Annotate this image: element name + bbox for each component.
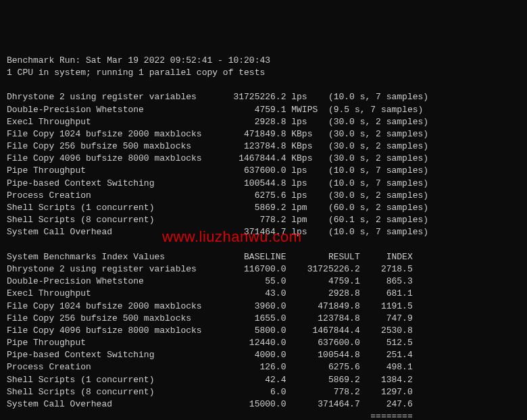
terminal-line: Dhrystone 2 using register variables 317…	[7, 91, 520, 103]
terminal-line: Shell Scripts (8 concurrent) 778.2 lpm (…	[7, 214, 520, 226]
terminal-output: Benchmark Run: Sat Mar 19 2022 09:52:41 …	[7, 55, 520, 420]
terminal-line: Execl Throughput 43.0 2928.8 681.1	[7, 288, 520, 300]
terminal-line: ========	[7, 411, 520, 420]
terminal-line: 1 CPU in system; running 1 parallel copy…	[7, 67, 520, 79]
terminal-line: Pipe-based Context Switching 4000.0 1005…	[7, 349, 520, 361]
terminal-line: File Copy 256 bufsize 500 maxblocks 1237…	[7, 140, 520, 153]
terminal-line: System Benchmarks Index Values BASELINE …	[7, 251, 520, 263]
terminal-line: Pipe-based Context Switching 100544.8 lp…	[7, 178, 520, 190]
terminal-line: System Call Overhead 15000.0 371464.7 24…	[7, 398, 520, 411]
terminal-line	[7, 239, 520, 251]
terminal-line: Shell Scripts (1 concurrent) 42.4 5869.2…	[7, 374, 520, 386]
terminal-line: Benchmark Run: Sat Mar 19 2022 09:52:41 …	[7, 55, 520, 67]
terminal-line: Process Creation 6275.6 lps (30.0 s, 2 s…	[7, 190, 520, 202]
terminal-line: Pipe Throughput 12440.0 637600.0 512.5	[7, 337, 520, 349]
terminal-line: Shell Scripts (8 concurrent) 6.0 778.2 1…	[7, 386, 520, 398]
terminal-line: Double-Precision Whetstone 55.0 4759.1 8…	[7, 275, 520, 288]
terminal-line: Dhrystone 2 using register variables 116…	[7, 263, 520, 275]
terminal-line: Shell Scripts (1 concurrent) 5869.2 lpm …	[7, 202, 520, 214]
terminal-line: File Copy 256 bufsize 500 maxblocks 1655…	[7, 313, 520, 325]
terminal-line: File Copy 1024 bufsize 2000 maxblocks 39…	[7, 300, 520, 313]
terminal-line: Process Creation 126.0 6275.6 498.1	[7, 361, 520, 373]
terminal-line: File Copy 1024 bufsize 2000 maxblocks 47…	[7, 128, 520, 140]
terminal-line: File Copy 4096 bufsize 8000 maxblocks 14…	[7, 153, 520, 165]
terminal-line: Double-Precision Whetstone 4759.1 MWIPS …	[7, 104, 520, 116]
terminal-line: File Copy 4096 bufsize 8000 maxblocks 58…	[7, 325, 520, 337]
terminal-line	[7, 79, 520, 91]
terminal-line: Pipe Throughput 637600.0 lps (10.0 s, 7 …	[7, 165, 520, 177]
terminal-line: System Call Overhead 371464.7 lps (10.0 …	[7, 226, 520, 238]
terminal-line: Execl Throughput 2928.8 lps (30.0 s, 2 s…	[7, 116, 520, 128]
